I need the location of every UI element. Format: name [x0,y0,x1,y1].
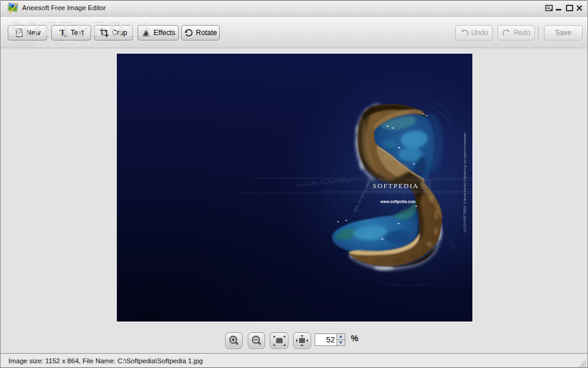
svg-text:(c) 2004 SOFTPEDIA. Softped: (c) 2004 SOFTPEDIA. Softpedia and the So… [463,132,466,232]
svg-text:SOFTPEDIA: SOFTPEDIA [373,183,419,190]
svg-text:www.softpedia.com: www.softpedia.com [380,199,416,204]
